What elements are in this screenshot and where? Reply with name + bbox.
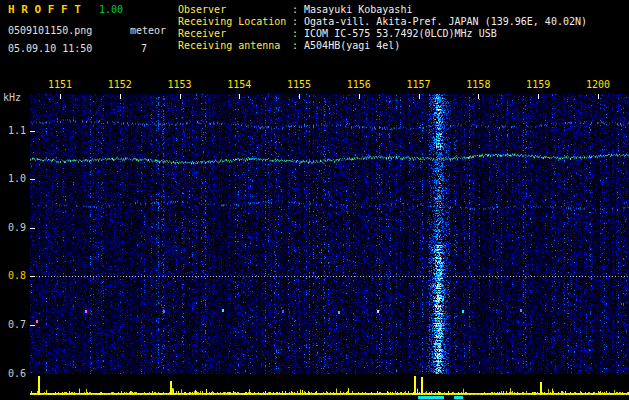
spectrogram-canvas [30,94,629,374]
app-version: 1.00 [99,4,123,15]
amplitude-strip-canvas [30,374,629,400]
time-tick-label: 1151 [48,79,72,90]
station-info-row: Observer: Masayuki Kobayashi [178,4,587,16]
freq-tick-label: 0.9 [0,222,26,233]
time-tick-label: 1157 [407,79,431,90]
mode-label: meteor [130,25,166,36]
station-info-row: Receiver: ICOM IC-575 53.7492(0LCD)MHz U… [178,28,587,40]
datetime-label: 05.09.10 11:50 [8,43,92,54]
time-tick-label: 1156 [347,79,371,90]
station-info: Observer: Masayuki KobayashiReceiving Lo… [178,4,587,52]
time-tick-label: 1152 [108,79,132,90]
echo-count: 7 [141,43,147,54]
time-tick-label: 1158 [466,79,490,90]
freq-tick-label: 0.6 [0,368,26,379]
station-info-row: Receiving Location: Ogata-vill. Akita-Pr… [178,16,587,28]
output-filename: 0509101150.png [8,25,92,36]
time-tick-label: 1153 [167,79,191,90]
time-tick-label: 1154 [227,79,251,90]
station-info-row: Receiving antenna: A504HB(yagi 4el) [178,40,587,52]
time-tick-label: 1200 [586,79,610,90]
freq-tick-label: 0.8 [0,270,26,281]
freq-unit-label: kHz [3,92,21,103]
freq-tick-label: 1.0 [0,173,26,184]
header: H R O F F T 1.00 0509101150.png meteor 0… [0,0,629,76]
app-title: H R O F F T [8,3,81,16]
freq-tick-label: 0.7 [0,319,26,330]
freq-tick-label: 1.1 [0,125,26,136]
hrofft-output: H R O F F T 1.00 0509101150.png meteor 0… [0,0,629,400]
time-tick-label: 1159 [526,79,550,90]
time-tick-label: 1155 [287,79,311,90]
